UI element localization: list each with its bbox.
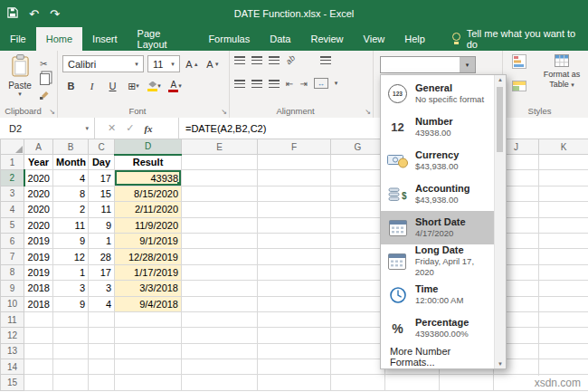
tab-data[interactable]: Data — [260, 27, 300, 51]
copy-button[interactable] — [40, 72, 53, 85]
underline-button[interactable]: U — [104, 78, 121, 94]
font-size-select[interactable]: 11 ▾ — [147, 55, 180, 72]
cell-E9[interactable] — [182, 281, 258, 296]
cell-E13[interactable] — [182, 343, 258, 359]
cell-D6[interactable]: 9/1/2019 — [115, 233, 182, 248]
column-header-D[interactable]: D — [115, 139, 182, 155]
format-option-long-date[interactable]: Long DateFriday, April 17, 2020 — [381, 244, 495, 278]
cell-A12[interactable] — [24, 328, 53, 343]
align-right-icon[interactable] — [269, 80, 280, 88]
cell-G11[interactable] — [331, 311, 385, 327]
cell-C4[interactable]: 11 — [89, 202, 115, 217]
cell-D4[interactable]: 2/11/2020 — [115, 202, 182, 217]
format-option-short-date[interactable]: Short Date4/17/2020 — [381, 211, 495, 244]
cell-D11[interactable] — [115, 311, 182, 327]
cut-button[interactable]: ✂ — [40, 57, 53, 70]
cell-K14[interactable] — [539, 359, 588, 375]
decrease-indent-icon[interactable]: ⇤ — [286, 79, 293, 89]
cell-D1[interactable]: Result — [115, 155, 182, 170]
cell-A13[interactable] — [24, 343, 53, 359]
tab-home[interactable]: Home — [36, 27, 82, 51]
cell-F1[interactable] — [258, 155, 331, 170]
tab-page-layout[interactable]: Page Layout — [128, 27, 199, 51]
paste-button[interactable]: Paste ▾ — [4, 54, 36, 107]
format-option-general[interactable]: 123GeneralNo specific format — [381, 77, 495, 110]
cell-F9[interactable] — [258, 281, 331, 296]
cell-K12[interactable] — [539, 328, 588, 343]
cell-K4[interactable] — [539, 202, 588, 217]
font-name-select[interactable]: Calibri ▾ — [62, 55, 144, 72]
row-header-10[interactable]: 10 — [1, 296, 24, 311]
row-header-12[interactable]: 12 — [1, 328, 24, 343]
cell-F2[interactable] — [258, 170, 331, 186]
cell-C15[interactable] — [89, 375, 115, 390]
row-header-4[interactable]: 4 — [1, 202, 24, 217]
cell-A7[interactable]: 2019 — [24, 249, 53, 264]
cell-D2[interactable]: 43938 — [115, 170, 182, 186]
cell-D9[interactable]: 3/3/2018 — [115, 281, 182, 296]
chevron-down-icon[interactable]: ▾ — [460, 57, 475, 72]
cell-K6[interactable] — [539, 233, 588, 248]
increase-indent-icon[interactable]: ⇥ — [299, 79, 307, 89]
cell-D13[interactable] — [115, 343, 182, 359]
cell-E7[interactable] — [182, 249, 258, 264]
row-header-5[interactable]: 5 — [1, 217, 24, 233]
cell-D7[interactable]: 12/28/2019 — [115, 249, 182, 264]
align-bottom-icon[interactable] — [269, 56, 280, 64]
align-center-icon[interactable] — [251, 80, 262, 88]
more-number-formats-item[interactable]: More Number Formats... — [381, 345, 495, 368]
cell-G15[interactable] — [331, 375, 385, 390]
cell-D3[interactable]: 8/15/2020 — [115, 186, 182, 201]
cell-K1[interactable] — [539, 155, 588, 170]
cell-B8[interactable]: 1 — [53, 264, 89, 280]
cell-K11[interactable] — [539, 311, 588, 327]
cell-C13[interactable] — [89, 343, 115, 359]
clipboard-dialog-launcher[interactable]: ↘ — [49, 109, 55, 116]
column-header-A[interactable]: A — [24, 139, 53, 155]
cell-G13[interactable] — [331, 343, 385, 359]
row-header-7[interactable]: 7 — [1, 249, 24, 264]
insert-function-button[interactable]: fx — [144, 123, 152, 134]
cell-E6[interactable] — [182, 233, 258, 248]
cell-C9[interactable]: 3 — [89, 281, 115, 296]
tab-file[interactable]: File — [0, 27, 36, 51]
row-header-11[interactable]: 11 — [1, 311, 24, 327]
cell-B10[interactable]: 9 — [53, 296, 89, 311]
cell-K2[interactable] — [539, 170, 588, 186]
cell-B13[interactable] — [53, 343, 89, 359]
cell-A8[interactable]: 2019 — [24, 264, 53, 280]
tab-insert[interactable]: Insert — [82, 27, 128, 51]
cell-E4[interactable] — [182, 202, 258, 217]
cell-A2[interactable]: 2020 — [24, 170, 53, 186]
cell-B9[interactable]: 3 — [53, 281, 89, 296]
cell-G8[interactable] — [331, 264, 385, 280]
cell-C6[interactable]: 1 — [89, 233, 115, 248]
cell-H15[interactable] — [385, 375, 440, 390]
cell-F6[interactable] — [258, 233, 331, 248]
cell-A6[interactable]: 2019 — [24, 233, 53, 248]
column-header-K[interactable]: K — [539, 139, 588, 155]
row-header-2[interactable]: 2 — [1, 170, 24, 186]
cell-F5[interactable] — [258, 217, 331, 233]
cell-G3[interactable] — [331, 186, 385, 201]
cell-E15[interactable] — [182, 375, 258, 390]
column-header-G[interactable]: G — [331, 139, 385, 155]
cell-C1[interactable]: Day — [89, 155, 115, 170]
cancel-icon[interactable]: ✕ — [108, 122, 116, 134]
row-header-6[interactable]: 6 — [1, 233, 24, 248]
row-header-14[interactable]: 14 — [1, 359, 24, 375]
cell-F15[interactable] — [258, 375, 331, 390]
borders-button[interactable]: ⊞▾ — [125, 78, 142, 94]
cell-B15[interactable] — [53, 375, 89, 390]
cell-A1[interactable]: Year — [24, 155, 53, 170]
cell-E2[interactable] — [182, 170, 258, 186]
cell-F4[interactable] — [258, 202, 331, 217]
cell-C5[interactable]: 9 — [89, 217, 115, 233]
cell-C11[interactable] — [89, 311, 115, 327]
cell-I15[interactable] — [440, 375, 494, 390]
scroll-up-icon[interactable]: ▲ — [495, 77, 506, 82]
merge-center-icon[interactable]: ↔ — [314, 78, 328, 89]
cell-A3[interactable]: 2020 — [24, 186, 53, 201]
name-box[interactable]: D2 ▾ — [0, 118, 95, 139]
cell-K8[interactable] — [539, 264, 588, 280]
